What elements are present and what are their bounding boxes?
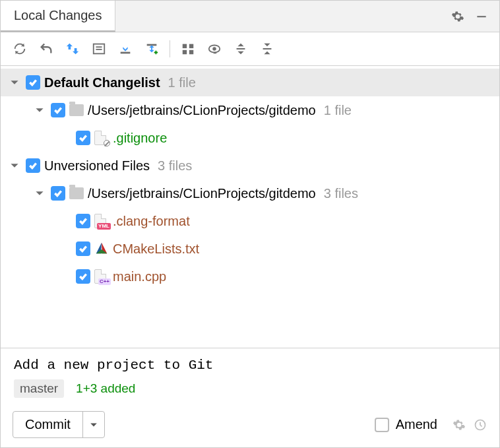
branch-label: master: [14, 379, 64, 398]
commit-panel: Add a new project to Git master 1+3 adde…: [1, 348, 499, 447]
history-icon[interactable]: [473, 418, 487, 432]
changelist-node[interactable]: Default Changelist 1 file: [1, 69, 499, 96]
amend-checkbox[interactable]: [375, 418, 389, 432]
svg-rect-7: [189, 44, 193, 48]
changes-tree: Default Changelist 1 file /Users/jetbrai…: [1, 66, 499, 348]
chevron-down-icon[interactable]: [32, 103, 47, 117]
file-name: CMakeLists.txt: [113, 241, 199, 257]
file-count: 1 file: [168, 75, 196, 90]
file-name: .gitignore: [113, 131, 167, 146]
file-node[interactable]: YML .clang-format: [1, 207, 499, 235]
checkbox[interactable]: [51, 186, 65, 201]
file-node[interactable]: CMakeLists.txt: [1, 235, 499, 263]
svg-point-11: [212, 47, 216, 51]
yml-file-icon: YML: [94, 214, 109, 228]
folder-node[interactable]: /Users/jetbrains/CLionProjects/gitdemo 3…: [1, 179, 499, 207]
commit-button[interactable]: Commit: [13, 411, 105, 438]
commit-message-input[interactable]: Add a new project to Git: [1, 348, 499, 377]
changelist-icon[interactable]: [88, 38, 110, 60]
status-added: 1+3 added: [76, 381, 135, 396]
file-name: main.cpp: [113, 269, 166, 284]
cpp-file-icon: C++: [94, 269, 109, 284]
shelve-icon[interactable]: [114, 38, 137, 60]
checkbox[interactable]: [76, 269, 90, 284]
file-count: 3 files: [324, 186, 358, 201]
svg-rect-9: [189, 50, 193, 54]
rollback-icon[interactable]: [35, 38, 57, 60]
file-count: 1 file: [324, 103, 352, 118]
minimize-icon[interactable]: [474, 9, 489, 24]
commit-button-label: Commit: [13, 412, 82, 437]
commit-dropdown-icon[interactable]: [82, 412, 104, 437]
folder-path: /Users/jetbrains/CLionProjects/gitdemo: [88, 103, 316, 118]
checkbox[interactable]: [76, 131, 90, 145]
gear-icon[interactable]: [452, 418, 466, 432]
folder-node[interactable]: /Users/jetbrains/CLionProjects/gitdemo 1…: [1, 96, 499, 124]
gear-icon[interactable]: [451, 9, 465, 24]
group-icon[interactable]: [177, 38, 199, 60]
svg-rect-4: [121, 52, 131, 54]
folder-icon: [69, 103, 84, 117]
chevron-down-icon[interactable]: [32, 186, 47, 201]
amend-label: Amend: [396, 417, 437, 432]
file-icon: [94, 131, 109, 145]
checkbox[interactable]: [26, 75, 40, 90]
svg-rect-0: [477, 16, 485, 17]
checkbox[interactable]: [76, 214, 90, 228]
file-count: 3 files: [158, 158, 192, 174]
file-node[interactable]: C++ main.cpp: [1, 263, 499, 290]
folder-path: /Users/jetbrains/CLionProjects/gitdemo: [88, 186, 316, 201]
changelist-label: Default Changelist: [44, 75, 160, 90]
svg-rect-6: [183, 44, 187, 48]
chevron-down-icon[interactable]: [7, 158, 22, 173]
chevron-down-icon[interactable]: [7, 75, 22, 90]
svg-rect-8: [183, 50, 187, 54]
file-name: .clang-format: [113, 214, 190, 229]
expand-icon[interactable]: [230, 38, 252, 60]
unversioned-node[interactable]: Unversioned Files 3 files: [1, 152, 499, 179]
collapse-icon[interactable]: [256, 38, 278, 60]
checkbox[interactable]: [76, 241, 90, 256]
tab-local-changes[interactable]: Local Changes: [1, 1, 115, 32]
toolbar: [1, 32, 499, 66]
refresh-icon[interactable]: [9, 38, 31, 60]
diff-icon[interactable]: [61, 38, 84, 60]
checkbox[interactable]: [51, 103, 65, 117]
folder-icon: [69, 186, 84, 201]
preview-icon[interactable]: [203, 38, 226, 60]
checkbox[interactable]: [26, 158, 40, 173]
file-node[interactable]: .gitignore: [1, 124, 499, 152]
tab-bar: Local Changes: [1, 1, 499, 32]
unversioned-label: Unversioned Files: [44, 158, 150, 174]
cmake-file-icon: [94, 241, 109, 256]
unshelve-icon[interactable]: [141, 38, 163, 60]
